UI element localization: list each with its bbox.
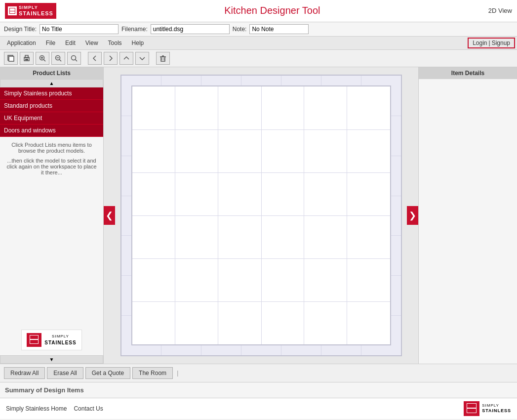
summary-section: Summary of Design Items bbox=[0, 382, 517, 398]
footer-logo-simply: SIMPLY bbox=[482, 403, 511, 408]
workspace[interactable] bbox=[120, 75, 402, 356]
svg-rect-6 bbox=[25, 55, 28, 58]
left-logo-box bbox=[27, 333, 41, 347]
menu-help[interactable]: Help bbox=[127, 38, 149, 48]
footer-contact-link[interactable]: Contact Us bbox=[74, 405, 103, 412]
svg-rect-7 bbox=[25, 59, 28, 60]
menubar: Application File Edit View Tools Help Lo… bbox=[0, 37, 517, 50]
app-header: SIMPLY STAINLESS Kitchen Designer Tool 2… bbox=[0, 0, 517, 22]
svg-rect-23 bbox=[30, 336, 38, 339]
up-button[interactable] bbox=[119, 52, 133, 65]
login-button[interactable]: Login bbox=[473, 40, 487, 46]
left-logo: SIMPLY STAINLESS bbox=[0, 325, 103, 355]
footer-logo-text: SIMPLY STAINLESS bbox=[482, 403, 511, 414]
footer-home-link[interactable]: Simply Stainless Home bbox=[6, 405, 67, 412]
product-lists-header: Product Lists bbox=[0, 67, 103, 79]
footer-logo-stainless: STAINLESS bbox=[482, 408, 511, 414]
right-nav-arrow[interactable]: ❯ bbox=[407, 206, 418, 225]
svg-rect-26 bbox=[467, 404, 476, 408]
canvas-area[interactable]: ❮ bbox=[104, 67, 418, 364]
down-button[interactable] bbox=[135, 52, 149, 65]
get-quote-button[interactable]: Get a Quote bbox=[85, 367, 130, 379]
logo-area: SIMPLY STAINLESS bbox=[5, 3, 56, 19]
signup-button[interactable]: Signup bbox=[492, 40, 510, 46]
left-logo-simply: SIMPLY bbox=[44, 334, 76, 339]
logo-stainless: STAINLESS bbox=[19, 10, 53, 17]
menu-application[interactable]: Application bbox=[2, 38, 41, 48]
menu-items: Application File Edit View Tools Help bbox=[2, 38, 149, 48]
bottom-toolbar: Redraw All Erase All Get a Quote The Roo… bbox=[0, 364, 517, 382]
bottom-separator: | bbox=[177, 370, 178, 377]
redraw-all-button[interactable]: Redraw All bbox=[4, 367, 45, 379]
product-list-standard[interactable]: Standard products bbox=[0, 100, 103, 112]
forward-button[interactable] bbox=[104, 52, 118, 65]
help-text-2: ...then click the model to select it and… bbox=[5, 158, 98, 175]
product-list-uk-equipment[interactable]: UK Equipment bbox=[0, 112, 103, 125]
product-list-simply-stainless[interactable]: Simply Stainless products bbox=[0, 87, 103, 100]
svg-rect-27 bbox=[467, 409, 476, 413]
left-panel: Product Lists ▲ Simply Stainless product… bbox=[0, 67, 104, 364]
left-nav-arrow[interactable]: ❮ bbox=[104, 206, 115, 225]
footer-logo: SIMPLY STAINLESS bbox=[464, 401, 511, 416]
svg-rect-17 bbox=[161, 57, 165, 61]
svg-rect-1 bbox=[10, 8, 15, 11]
svg-rect-2 bbox=[10, 11, 15, 13]
svg-rect-24 bbox=[30, 340, 38, 343]
svg-line-16 bbox=[76, 59, 78, 61]
design-title-label: Design Title: bbox=[4, 26, 37, 33]
left-help-text: Click Product Lists menu items to browse… bbox=[0, 137, 103, 325]
view-label: 2D View bbox=[488, 7, 512, 14]
erase-all-button[interactable]: Erase All bbox=[47, 367, 83, 379]
svg-point-15 bbox=[72, 55, 76, 60]
workspace-inner bbox=[131, 85, 391, 345]
scroll-up-arrow[interactable]: ▲ bbox=[0, 79, 103, 87]
copy-button[interactable] bbox=[4, 52, 18, 65]
back-button[interactable] bbox=[88, 52, 102, 65]
left-logo-stainless: STAINLESS bbox=[44, 339, 76, 346]
menu-file[interactable]: File bbox=[41, 38, 60, 48]
scroll-down-arrow[interactable]: ▼ bbox=[0, 355, 103, 364]
menu-tools[interactable]: Tools bbox=[103, 38, 127, 48]
toolbar bbox=[0, 50, 517, 67]
footer-links: Simply Stainless Home Contact Us bbox=[6, 405, 103, 412]
svg-line-9 bbox=[44, 59, 46, 61]
product-list-doors-windows[interactable]: Doors and windows bbox=[0, 125, 103, 137]
menu-view[interactable]: View bbox=[80, 38, 103, 48]
item-details-header: Item Details bbox=[419, 67, 517, 79]
help-text-1: Click Product Lists menu items to browse… bbox=[5, 142, 98, 154]
design-bar: Design Title: Filename: Note: bbox=[0, 22, 517, 37]
zoom-in-button[interactable] bbox=[36, 52, 49, 65]
menu-edit[interactable]: Edit bbox=[60, 38, 80, 48]
logo-box: SIMPLY STAINLESS bbox=[5, 3, 56, 19]
summary-title: Summary of Design Items bbox=[5, 386, 512, 394]
right-panel: Item Details bbox=[418, 67, 517, 364]
main-area: Product Lists ▲ Simply Stainless product… bbox=[0, 67, 517, 364]
zoom-fit-button[interactable] bbox=[67, 52, 81, 65]
app-title: Kitchen Designer Tool bbox=[56, 5, 488, 16]
print-button[interactable] bbox=[20, 52, 34, 65]
design-title-input[interactable] bbox=[40, 24, 119, 34]
delete-button[interactable] bbox=[156, 52, 170, 65]
login-area: Login | Signup bbox=[468, 38, 515, 48]
footer-logo-box bbox=[464, 401, 479, 416]
note-input[interactable] bbox=[249, 24, 309, 34]
svg-line-13 bbox=[60, 59, 62, 61]
footer: Simply Stainless Home Contact Us SIMPLY … bbox=[0, 398, 517, 419]
left-logo-inner: SIMPLY STAINLESS bbox=[21, 330, 81, 350]
zoom-out-button[interactable] bbox=[51, 52, 65, 65]
note-label: Note: bbox=[233, 26, 247, 33]
filename-label: Filename: bbox=[121, 26, 148, 33]
logo-icon bbox=[8, 6, 17, 15]
left-logo-text: SIMPLY STAINLESS bbox=[44, 334, 76, 345]
logo-simply: SIMPLY bbox=[19, 5, 53, 10]
logo-text: SIMPLY STAINLESS bbox=[19, 5, 53, 17]
svg-rect-4 bbox=[9, 56, 14, 61]
filename-input[interactable] bbox=[151, 24, 230, 34]
the-room-button[interactable]: The Room bbox=[132, 367, 173, 379]
login-separator: | bbox=[489, 40, 490, 46]
